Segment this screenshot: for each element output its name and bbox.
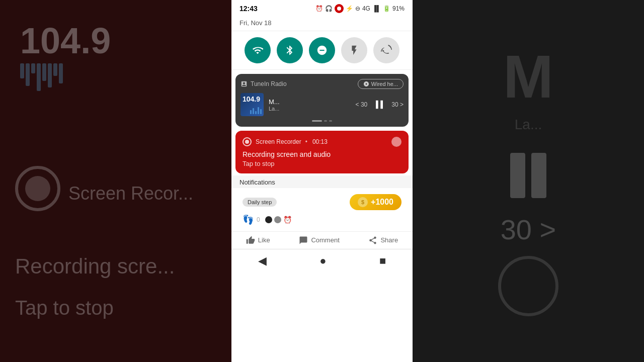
daily-step-card: Daily step $ +1000 👣 0 ⏰ [235,188,409,231]
daily-step-footer: 👣 0 ⏰ [243,213,401,225]
media-output-button[interactable]: Wired he... [358,79,404,89]
bg-circle [498,256,558,316]
status-icons: ⏰ 🎧 ⚡ ⊖ 4G ▐▌ 🔋 91% [315,4,405,13]
recents-button[interactable]: ■ [379,254,386,267]
bg-number: 30 > [501,213,556,246]
share-button[interactable]: Share [368,236,398,245]
step-dot-gray [274,216,281,223]
bg-record-dot [25,176,50,201]
bluetooth-status-icon: ⚡ [346,5,353,12]
background-right: M La... 30 > [413,0,644,362]
bg-recording-text: Recording scre... [15,252,175,282]
quick-settings-header: Fri, Nov 18 [231,15,413,31]
media-info: M... La... [269,98,351,112]
step-reward-amount: +1000 [371,198,393,207]
skip-back-button[interactable]: < 30 [356,101,368,108]
recorder-app-name: Screen Recorder [256,138,301,145]
recorder-time: 00:13 [312,138,328,145]
recorder-message: Recording screen and audio [243,150,331,160]
media-card: TuneIn Radio Wired he... 104.9 [235,74,409,127]
recorder-live-indicator [391,137,401,147]
record-indicator [335,4,344,13]
rotation-toggle[interactable] [373,37,399,63]
battery-icon: 🔋 [383,5,390,12]
bg-radio-number: 104.9 [20,20,111,61]
like-button[interactable]: Like [246,236,270,245]
skip-forward-button[interactable]: 30 > [391,101,404,108]
media-content: 104.9 M... La... < 30 [240,93,404,116]
recorder-notification-header: Screen Recorder • 00:13 [243,137,401,147]
wifi-toggle[interactable] [245,37,271,63]
status-time: 12:43 [239,5,258,13]
background-left: 104.9 Screen Recor... Recording scre... … [0,0,231,362]
daily-step-header: Daily step $ +1000 [243,194,401,210]
bg-radio-display: 104.9 [20,20,111,91]
media-card-header: TuneIn Radio Wired he... [240,79,404,89]
media-album-art: 104.9 [240,93,264,116]
back-icon: ◀ [258,254,267,267]
social-action-bar: Like Comment Share [231,231,413,249]
daily-step-badge: Daily step [243,198,277,207]
skip-back-label: < 30 [356,101,368,108]
bg-tap-stop-text: Tap to stop [15,294,114,322]
recorder-submessage: Tap to stop [243,160,331,167]
bg-pause-icon [510,153,546,198]
flashlight-toggle[interactable] [341,37,367,63]
quick-toggles-row [231,31,413,70]
pause-button[interactable] [371,97,387,113]
signal-minus-icon: ⊖ [355,5,360,12]
notifications-section-label: Notifications [231,175,413,188]
station-number: 104.9 [243,95,260,103]
bg-record-icon [15,166,60,211]
bluetooth-toggle[interactable] [277,37,303,63]
step-dot-black [265,216,272,223]
daily-step-reward-button[interactable]: $ +1000 [350,194,401,210]
footstep-icon-left: 👣 [243,214,254,225]
media-title: M... [269,98,351,106]
notification-panel: Fri, Nov 18 [231,15,413,362]
recorder-icon [243,137,252,146]
recorder-notification-body: Recording screen and audio Tap to stop [243,150,401,167]
media-app-label: TuneIn Radio [251,80,287,87]
bg-right-content: M La... 30 > [488,46,569,316]
battery-percent: 91% [392,5,405,12]
step-count-label: 0 [257,216,260,223]
media-output-label: Wired he... [371,81,398,87]
alarm-icon: ⏰ [315,5,323,12]
recorder-dot-separator: • [305,138,307,145]
status-bar: 12:43 ⏰ 🎧 ⚡ ⊖ 4G ▐▌ 🔋 91% [231,0,413,15]
home-button[interactable]: ● [319,254,326,267]
media-subtitle: La... [269,106,351,112]
coin-icon: $ [358,197,368,207]
phone-panel: 12:43 ⏰ 🎧 ⚡ ⊖ 4G ▐▌ 🔋 91% Fri, Nov 18 [231,0,413,362]
signal-bars-icon: ▐▌ [372,5,381,12]
back-button[interactable]: ◀ [258,254,267,267]
share-label: Share [380,236,398,244]
date-display: Fri, Nov 18 [239,19,272,27]
home-icon: ● [319,254,326,267]
bg-la-text: La... [515,117,542,133]
navigation-bar: ◀ ● ■ [231,249,413,273]
data-icon: 4G [362,5,370,12]
comment-label: Comment [311,236,339,244]
step-clock-icon: ⏰ [283,216,292,224]
media-app-name: TuneIn Radio [240,80,287,87]
comment-button[interactable]: Comment [299,236,339,245]
bg-letter-m: M [503,46,553,107]
media-controls: < 30 30 > [356,97,404,113]
skip-forward-label: 30 > [391,101,404,108]
headset-icon: 🎧 [325,5,333,12]
bg-recorder-text: Screen Recor... [68,181,193,206]
coin-symbol: $ [361,199,364,205]
recorder-notification[interactable]: Screen Recorder • 00:13 Recording screen… [235,131,409,173]
recents-icon: ■ [379,254,386,267]
like-label: Like [258,236,270,244]
dnd-toggle[interactable] [309,37,335,63]
